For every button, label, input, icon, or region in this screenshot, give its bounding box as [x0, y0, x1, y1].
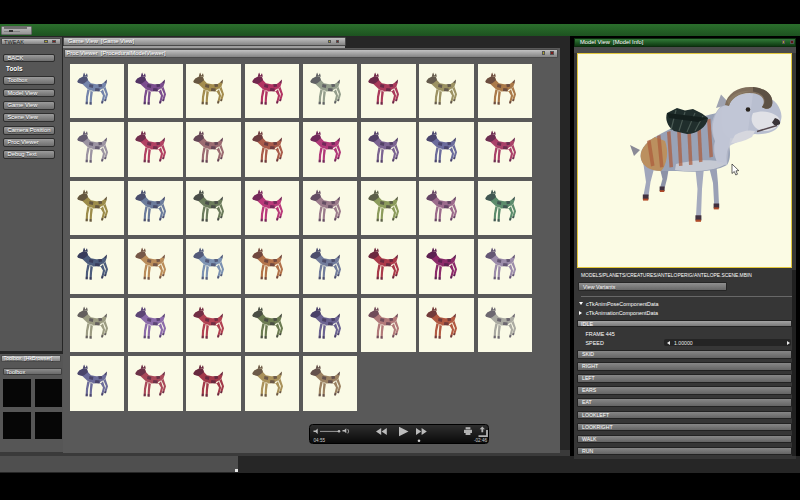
svg-text:-02:46: -02:46 — [474, 438, 487, 443]
svg-text:04:55: 04:55 — [314, 438, 326, 443]
